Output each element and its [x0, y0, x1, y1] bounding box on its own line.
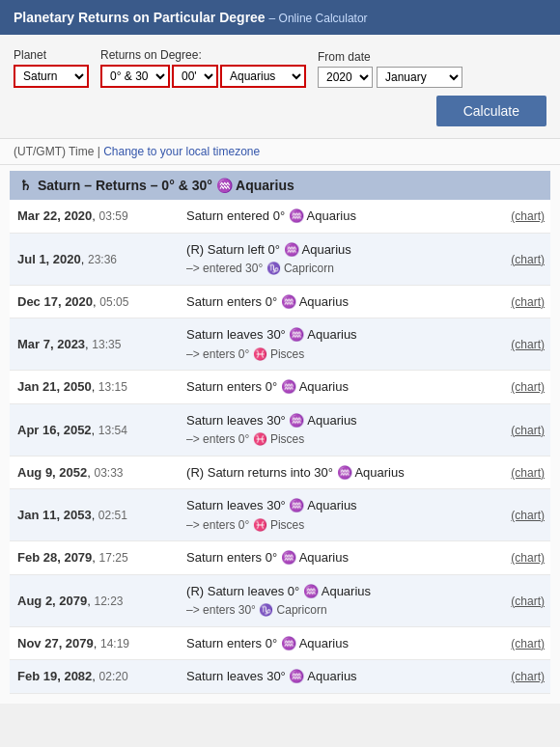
date-cell: Aug 2, 2079, 12:23: [10, 574, 179, 626]
chart-link[interactable]: (chart): [511, 551, 545, 565]
event-cell: Saturn entered 0° ♒ Aquarius: [179, 200, 488, 233]
table-row: Mar 7, 2023, 13:35 Saturn leaves 30° ♒ A…: [10, 318, 550, 371]
year-select[interactable]: 2020 2021 2019 2018: [318, 67, 373, 88]
from-date-label: From date: [318, 50, 462, 64]
planet-group: Planet Saturn Sun Moon Mercury Venus Mar…: [14, 48, 89, 88]
chart-cell[interactable]: (chart): [488, 626, 550, 660]
section-title: Saturn – Returns – 0° & 30° ♒ Aquarius: [38, 178, 294, 193]
page-header: Planetary Returns on Particular Degree –…: [0, 0, 560, 35]
table-row: Feb 28, 2079, 17:25 Saturn enters 0° ♒ A…: [10, 541, 550, 575]
chart-cell[interactable]: (chart): [488, 489, 550, 541]
calculate-button[interactable]: Calculate: [436, 96, 546, 126]
table-row: Jan 11, 2053, 02:51 Saturn leaves 30° ♒ …: [10, 489, 550, 541]
results-table: Mar 22, 2020, 03:59 Saturn entered 0° ♒ …: [10, 200, 550, 694]
controls-panel: Planet Saturn Sun Moon Mercury Venus Mar…: [0, 35, 560, 139]
chart-cell[interactable]: (chart): [488, 456, 550, 489]
from-date-group: From date 2020 2021 2019 2018 January Fe…: [318, 50, 462, 88]
table-row: Jul 1, 2020, 23:36 (R) Saturn left 0° ♒ …: [10, 233, 550, 285]
chart-cell[interactable]: (chart): [488, 660, 550, 694]
chart-cell[interactable]: (chart): [488, 541, 550, 575]
chart-cell[interactable]: (chart): [488, 200, 550, 233]
chart-cell[interactable]: (chart): [488, 403, 550, 456]
chart-cell[interactable]: (chart): [488, 574, 550, 626]
chart-link[interactable]: (chart): [511, 595, 545, 608]
sign-select[interactable]: Aquarius Aries Taurus Gemini Cancer Leo …: [220, 65, 306, 88]
table-row: Apr 16, 2052, 13:54 Saturn leaves 30° ♒ …: [10, 403, 550, 456]
chart-link[interactable]: (chart): [511, 670, 545, 683]
chart-cell[interactable]: (chart): [488, 285, 550, 318]
chart-link[interactable]: (chart): [511, 380, 545, 394]
date-cell: Dec 17, 2020, 05:05: [10, 285, 179, 318]
event-cell: Saturn enters 0° ♒ Aquarius: [179, 626, 488, 660]
event-cell: Saturn leaves 30° ♒ Aquarius–> enters 0°…: [179, 403, 488, 456]
date-cell: Feb 28, 2079, 17:25: [10, 541, 179, 575]
degree-group: Returns on Degree: 0° & 30 0° 30° 45° 60…: [100, 48, 306, 88]
chart-cell[interactable]: (chart): [488, 233, 550, 285]
date-cell: Aug 9, 2052, 03:33: [10, 456, 179, 489]
timezone-label: (UT/GMT) Time: [14, 145, 94, 158]
event-cell: Saturn enters 0° ♒ Aquarius: [179, 285, 488, 318]
chart-link[interactable]: (chart): [511, 209, 545, 223]
date-cell: Jan 21, 2050, 13:15: [10, 371, 179, 404]
chart-link[interactable]: (chart): [511, 466, 545, 480]
date-cell: Nov 27, 2079, 14:19: [10, 626, 179, 660]
chart-link[interactable]: (chart): [511, 338, 545, 351]
timezone-link[interactable]: Change to your local timezone: [103, 145, 260, 158]
chart-link[interactable]: (chart): [511, 295, 545, 309]
month-select[interactable]: January February March April May June Ju…: [377, 67, 462, 88]
table-row: Aug 9, 2052, 03:33 (R) Saturn returns in…: [10, 456, 550, 489]
event-cell: Saturn enters 0° ♒ Aquarius: [179, 371, 488, 404]
results-section: ♄ Saturn – Returns – 0° & 30° ♒ Aquarius…: [0, 165, 560, 704]
date-cell: Jan 11, 2053, 02:51: [10, 489, 179, 541]
planet-label: Planet: [14, 48, 89, 62]
table-row: Nov 27, 2079, 14:19 Saturn enters 0° ♒ A…: [10, 626, 550, 660]
page-title: Planetary Returns on Particular Degree: [14, 10, 266, 25]
chart-cell[interactable]: (chart): [488, 318, 550, 371]
event-cell: Saturn leaves 30° ♒ Aquarius–> enters 0°…: [179, 489, 488, 541]
chart-link[interactable]: (chart): [511, 253, 545, 266]
date-cell: Feb 19, 2082, 02:20: [10, 660, 179, 694]
chart-link[interactable]: (chart): [511, 509, 545, 522]
event-cell: Saturn leaves 30° ♒ Aquarius–> enters 0°…: [179, 318, 488, 371]
planet-select[interactable]: Saturn Sun Moon Mercury Venus Mars Jupit…: [14, 65, 89, 88]
table-row: Mar 22, 2020, 03:59 Saturn entered 0° ♒ …: [10, 200, 550, 233]
page-subtitle: – Online Calculator: [269, 12, 368, 25]
chart-cell[interactable]: (chart): [488, 371, 550, 404]
degree-select[interactable]: 0° & 30 0° 30° 45° 60° 90° 120° 150° 180…: [100, 65, 170, 88]
planet-symbol-header: ♄: [19, 178, 32, 193]
timezone-bar: (UT/GMT) Time | Change to your local tim…: [0, 139, 560, 165]
minutes-select[interactable]: 00' 10' 20' 30' 40' 50': [172, 65, 218, 88]
table-row: Feb 19, 2082, 02:20 Saturn leaves 30° ♒ …: [10, 660, 550, 694]
table-row: Jan 21, 2050, 13:15 Saturn enters 0° ♒ A…: [10, 371, 550, 404]
date-cell: Mar 7, 2023, 13:35: [10, 318, 179, 371]
app-wrapper: Planetary Returns on Particular Degree –…: [0, 0, 560, 704]
table-row: Dec 17, 2020, 05:05 Saturn enters 0° ♒ A…: [10, 285, 550, 318]
degree-label: Returns on Degree:: [100, 48, 306, 62]
event-cell: Saturn enters 0° ♒ Aquarius: [179, 541, 488, 575]
chart-link[interactable]: (chart): [511, 424, 545, 437]
table-row: Aug 2, 2079, 12:23 (R) Saturn leaves 0° …: [10, 574, 550, 626]
event-cell: Saturn leaves 30° ♒ Aquarius: [179, 660, 488, 694]
event-cell: (R) Saturn leaves 0° ♒ Aquarius–> enters…: [179, 574, 488, 626]
event-cell: (R) Saturn returns into 30° ♒ Aquarius: [179, 456, 488, 489]
section-header: ♄ Saturn – Returns – 0° & 30° ♒ Aquarius: [10, 171, 550, 200]
date-cell: Apr 16, 2052, 13:54: [10, 403, 179, 456]
date-cell: Mar 22, 2020, 03:59: [10, 200, 179, 233]
chart-link[interactable]: (chart): [511, 637, 545, 650]
event-cell: (R) Saturn left 0° ♒ Aquarius–> entered …: [179, 233, 488, 285]
date-cell: Jul 1, 2020, 23:36: [10, 233, 179, 285]
